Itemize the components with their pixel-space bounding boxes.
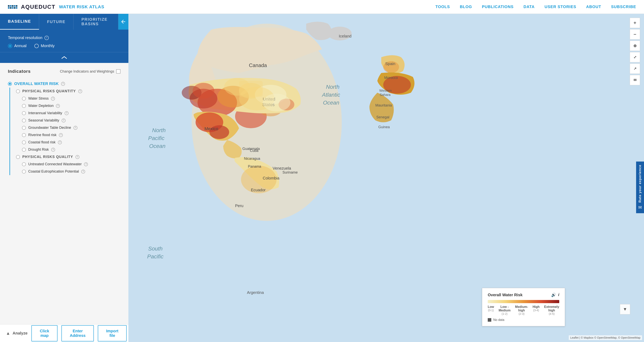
interannual-variability-label: Interannual Variability	[28, 111, 62, 115]
coastal-eutrophication-help[interactable]: ?	[81, 170, 85, 173]
indicators-section: Indicators Change Indicators and Weighti…	[0, 63, 128, 324]
radio-annual-inner	[9, 45, 11, 47]
svg-text:Ocean: Ocean	[323, 100, 340, 106]
share-button[interactable]: ↗	[630, 63, 640, 74]
analyze-chevron-icon: ▲	[6, 331, 10, 336]
riverine-flood-option[interactable]: Riverine flood risk ?	[22, 131, 120, 139]
indicator-overall-water-risk: OVERALL WATER RISK ? PHYSICAL RISKS QUAN…	[8, 80, 120, 175]
nav-blog[interactable]: BLOG	[460, 4, 472, 9]
physical-risks-quantity-group: PHYSICAL RISKS QUANTITY ? Water Stress ?	[10, 88, 120, 153]
svg-rect-51	[239, 81, 263, 97]
legend-layer-icon[interactable]: 🔊	[551, 293, 556, 297]
overall-water-risk-label: OVERALL WATER RISK	[14, 81, 59, 86]
click-map-button[interactable]: Click map	[32, 325, 58, 342]
tab-prioritize-basins[interactable]: PRIORITIZE BASINS	[74, 14, 118, 30]
radio-annual[interactable]: Annual	[8, 44, 26, 48]
no-data-square	[488, 318, 491, 322]
layer-button[interactable]: ⊕	[630, 41, 640, 51]
svg-text:Senegal: Senegal	[376, 115, 389, 119]
water-stress-option[interactable]: Water Stress ?	[22, 95, 120, 102]
physical-risks-quantity-option[interactable]: PHYSICAL RISKS QUANTITY ?	[16, 88, 120, 95]
seasonal-variability-help[interactable]: ?	[62, 119, 66, 123]
physical-risks-quality-group: PHYSICAL RISKS QUALITY ? Untreated Conne…	[10, 153, 120, 175]
scroll-down-button[interactable]: ▼	[620, 304, 630, 314]
drought-risk-help[interactable]: ?	[51, 148, 55, 152]
drought-risk-label: Drought Risk	[28, 148, 49, 152]
untreated-wastewater-help[interactable]: ?	[84, 162, 88, 166]
logo-name: AQUEDUCT	[21, 4, 56, 10]
left-panel: BASELINE FUTURE PRIORITIZE BASINS Tempor…	[0, 14, 128, 342]
radio-cf-outer	[22, 141, 26, 144]
zoom-in-button[interactable]: +	[630, 18, 640, 28]
water-stress-help[interactable]: ?	[51, 97, 55, 101]
svg-text:Peru: Peru	[235, 203, 244, 208]
svg-point-47	[192, 83, 214, 99]
water-depletion-option[interactable]: Water Depletion ?	[22, 102, 120, 109]
water-depletion-help[interactable]: ?	[56, 104, 60, 108]
legend-info-icon[interactable]: i	[558, 293, 559, 297]
indicators-header: Indicators Change Indicators and Weighti…	[8, 69, 120, 74]
change-indicators[interactable]: Change Indicators and Weightings	[60, 69, 120, 74]
svg-point-13	[328, 27, 352, 40]
radio-sv-outer	[22, 119, 26, 123]
zoom-out-button[interactable]: −	[630, 29, 640, 39]
svg-text:Guinea: Guinea	[378, 125, 390, 129]
svg-text:Iceland: Iceland	[339, 34, 352, 38]
physical-risks-quality-help[interactable]: ?	[76, 155, 80, 159]
import-file-button[interactable]: Import file	[98, 325, 127, 342]
tab-baseline[interactable]: BASELINE	[0, 14, 39, 30]
physical-risks-quality-label: PHYSICAL RISKS QUALITY	[22, 155, 73, 159]
untreated-wastewater-label: Untreated Connected Wastewater	[28, 162, 82, 166]
physical-risks-quality-option[interactable]: PHYSICAL RISKS QUALITY ?	[16, 153, 120, 161]
rate-experience-envelope-icon: ✉	[638, 205, 642, 210]
radio-dr-outer	[22, 148, 26, 152]
rate-experience-panel[interactable]: Rate your experience ✉	[636, 162, 644, 213]
coastal-flood-help[interactable]: ?	[58, 141, 62, 144]
seasonal-variability-option[interactable]: Seasonal Variability ?	[22, 117, 120, 124]
nav-subscribe[interactable]: SUBSCRIBE	[611, 4, 636, 9]
svg-text:Western: Western	[379, 89, 392, 93]
interannual-variability-option[interactable]: Interannual Variability ?	[22, 109, 120, 117]
overall-water-risk-help[interactable]: ?	[61, 82, 65, 86]
legend-label-medium-high: Medium- high (2-3)	[515, 305, 528, 315]
svg-text:North: North	[326, 84, 340, 90]
nav-publications[interactable]: PUBLICATIONS	[482, 4, 514, 9]
fullscreen-button[interactable]: ⤢	[630, 52, 640, 62]
groundwater-decline-label: Groundwater Table Decline	[28, 126, 71, 130]
message-button[interactable]: ✉	[630, 75, 640, 85]
nav-tools[interactable]: TOOLS	[436, 4, 450, 9]
interannual-variability-help[interactable]: ?	[64, 111, 68, 115]
drought-risk-option[interactable]: Drought Risk ?	[22, 146, 120, 153]
riverine-flood-help[interactable]: ?	[59, 133, 63, 137]
radio-monthly[interactable]: Monthly	[34, 44, 54, 48]
temporal-help-icon[interactable]: ?	[44, 36, 49, 40]
groundwater-decline-option[interactable]: Groundwater Table Decline ?	[22, 124, 120, 131]
legend-label-low-medium: Low - Medium (1-2)	[498, 305, 510, 315]
physical-risks-quantity-label: PHYSICAL RISKS QUANTITY	[22, 89, 76, 93]
svg-text:Morocco: Morocco	[384, 76, 398, 80]
coastal-flood-option[interactable]: Coastal flood risk ?	[22, 139, 120, 146]
radio-annual-label: Annual	[14, 44, 26, 48]
tab-future[interactable]: FUTURE	[39, 14, 74, 30]
nav-user-stories[interactable]: USER STORIES	[545, 4, 576, 9]
groundwater-decline-help[interactable]: ?	[74, 126, 78, 130]
radio-rf-outer	[22, 133, 26, 137]
legend-labels: Low (0-1) Low - Medium (1-2) Medium- hig…	[488, 305, 559, 315]
nav-about[interactable]: ABOUT	[586, 4, 601, 9]
svg-text:Suriname: Suriname	[282, 171, 298, 174]
indicator-overall-water-risk-option[interactable]: OVERALL WATER RISK ?	[8, 80, 120, 88]
collapse-bar[interactable]	[0, 52, 128, 63]
untreated-wastewater-option[interactable]: Untreated Connected Wastewater ?	[22, 161, 120, 168]
svg-text:Atlantic: Atlantic	[322, 92, 340, 98]
coastal-eutrophication-option[interactable]: Coastal Eutrophication Potential ?	[22, 168, 120, 175]
back-button[interactable]	[118, 14, 128, 30]
map-area[interactable]: North Pacific Ocean North Atlantic Ocean…	[128, 14, 644, 342]
radio-wd-outer	[22, 104, 26, 108]
enter-address-button[interactable]: Enter Address	[62, 325, 94, 342]
legend-icons: 🔊 i	[551, 293, 559, 297]
physical-risks-quantity-help[interactable]: ?	[78, 89, 82, 93]
nav-data[interactable]: DATA	[524, 4, 535, 9]
analyze-toggle[interactable]: ▲ Analyze	[6, 331, 28, 336]
svg-text:Panama: Panama	[248, 165, 261, 169]
change-indicators-checkbox[interactable]	[116, 69, 120, 74]
